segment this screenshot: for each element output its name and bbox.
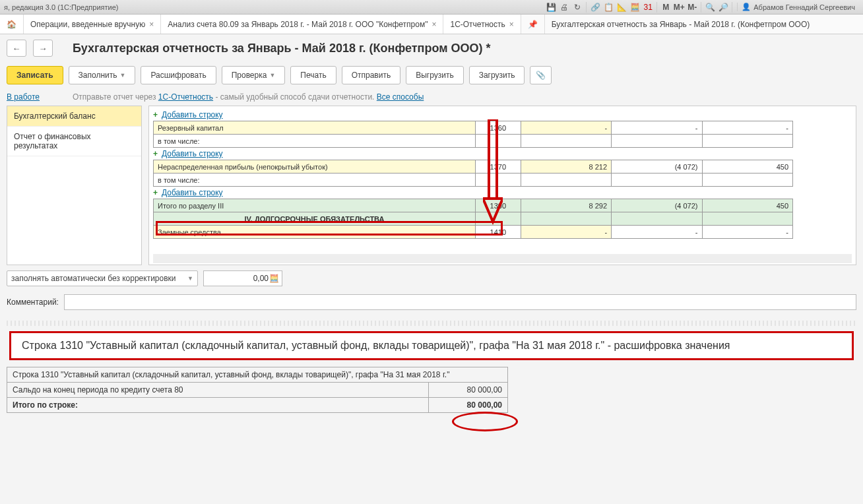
txt: - самый удобный способ сдачи отчетности. (213, 92, 377, 102)
zoom-m-icon[interactable]: M (660, 1, 672, 13)
section-finresults[interactable]: Отчет о финансовых результатах (7, 127, 141, 156)
row-val: (4 072) (612, 199, 702, 212)
table-row[interactable]: Резервный капитал 1360 - - - (154, 121, 793, 135)
home-tab[interactable]: 🏠 (0, 15, 24, 34)
comment-input[interactable] (64, 294, 856, 310)
comment-label: Комментарий: (7, 298, 59, 307)
splitter[interactable] (7, 321, 856, 326)
close-icon[interactable]: × (431, 20, 436, 29)
row-val[interactable]: 8 212 (521, 160, 611, 173)
footer-controls: заполнять автоматически без корректировк… (7, 265, 856, 292)
main-split: Бухгалтерский баланс Отчет о финансовых … (7, 106, 856, 265)
refresh-icon[interactable]: ↻ (571, 1, 583, 13)
decode-button[interactable]: Расшифровать (141, 66, 216, 84)
calculator-icon[interactable]: 🧮 (269, 274, 279, 283)
annotation-ellipse (452, 412, 518, 431)
row-val: - (612, 226, 702, 239)
zoom-in-icon[interactable]: 🔍 (704, 1, 716, 13)
user-icon: 👤 (742, 3, 751, 11)
comment-row: Комментарий: (7, 292, 856, 318)
chevron-down-icon: ▼ (187, 275, 193, 282)
tab-label: Анализ счета 80.09 за Январь 2018 г. - М… (168, 20, 428, 29)
tab-label: Бухгалтерская отчетность за Январь - Май… (552, 20, 810, 29)
row-code: 1370 (475, 160, 521, 173)
table-row: в том числе: (154, 173, 793, 187)
send-button[interactable]: Отправить (342, 66, 401, 84)
table-row[interactable]: Нераспределенная прибыль (непокрытый убы… (154, 160, 793, 173)
app-title: я, редакция 3.0 (1С:Предприятие) (4, 3, 118, 11)
tab-1c-reporting[interactable]: 1С-Отчетность × (443, 15, 521, 34)
calendar-icon[interactable]: 31 (642, 1, 654, 13)
close-icon[interactable]: × (149, 20, 154, 29)
table-row[interactable]: Заемные средства 1410 - - - (154, 226, 793, 239)
row-sub: в том числе: (154, 173, 476, 187)
hint-text: Отправьте отчет через 1С-Отчетность - са… (73, 92, 424, 102)
add-row-link-2[interactable]: +Добавить строку (153, 149, 852, 158)
close-icon[interactable]: × (509, 20, 514, 29)
copy-icon[interactable]: 📋 (602, 1, 614, 13)
tab-label: 1С-Отчетность (450, 20, 505, 29)
tab-accounting-report[interactable]: Бухгалтерская отчетность за Январь - Май… (545, 15, 863, 34)
row-val[interactable]: - (521, 121, 611, 135)
user-menu[interactable]: 👤 Абрамов Геннадий Сергеевич (737, 3, 859, 11)
table-row-total[interactable]: Итого по разделу III 1300 8 292 (4 072) … (154, 199, 793, 212)
btn-label: Заполнить (79, 71, 117, 80)
row-name[interactable]: Заемные средства (154, 226, 476, 239)
zoom-mplus-icon[interactable]: M+ (673, 1, 685, 13)
table-row: Итого по строке: 80 000,00 (7, 398, 508, 413)
home-icon: 🏠 (7, 20, 16, 29)
add-row-link-3[interactable]: +Добавить строку (153, 188, 852, 197)
report-sections-list: Бухгалтерский баланс Отчет о финансовых … (7, 106, 142, 265)
section-balance[interactable]: Бухгалтерский баланс (7, 106, 141, 127)
horizontal-scrollbar[interactable] (153, 254, 852, 263)
page-title: Бухгалтерская отчетность за Январь - Май… (59, 42, 491, 55)
link-icon[interactable]: 🔗 (589, 1, 601, 13)
zoom-tool-icon[interactable]: 🔎 (717, 1, 729, 13)
chevron-down-icon: ▼ (269, 72, 275, 79)
btn-label: Выгрузить (416, 71, 454, 80)
value-input[interactable]: 0,00 🧮 (203, 270, 282, 286)
chevron-down-icon: ▼ (120, 72, 126, 79)
table-row-section: IV. ДОЛГОСРОЧНЫЕ ОБЯЗАТЕЛЬСТВА (154, 212, 793, 226)
save-button[interactable]: Записать (7, 66, 63, 84)
attach-button[interactable]: 📎 (530, 66, 552, 84)
print-button[interactable]: Печать (290, 66, 336, 84)
row-name[interactable]: Резервный капитал (154, 121, 476, 135)
ruler-icon[interactable]: 📐 (616, 1, 627, 13)
table-row: Сальдо на конец периода по кредиту счета… (7, 383, 508, 398)
check-button[interactable]: Проверка▼ (222, 66, 286, 84)
row-name: Итого по разделу III (154, 199, 476, 212)
btn-label: Загрузить (479, 71, 515, 80)
status-link[interactable]: В работе (7, 92, 40, 102)
hint-link-1c[interactable]: 1С-Отчетность (158, 92, 213, 102)
breakdown-value: 80 000,00 (429, 398, 508, 413)
row-val[interactable]: - (521, 226, 611, 239)
zoom-mminus-icon[interactable]: M- (686, 1, 698, 13)
breakdown-table: Строка 1310 "Уставный капитал (складочны… (7, 367, 508, 413)
save-file-icon[interactable]: 💾 (545, 1, 557, 13)
forward-button[interactable]: → (33, 40, 53, 57)
calculator-icon[interactable]: 🧮 (629, 1, 641, 13)
breakdown-value: 80 000,00 (429, 383, 508, 398)
load-button[interactable]: Загрузить (469, 66, 525, 84)
add-row-link-1[interactable]: +Добавить строку (153, 110, 852, 119)
row-code: 1300 (475, 199, 521, 212)
btn-label: Отправить (352, 71, 391, 80)
txt: Отправьте отчет через (73, 92, 158, 102)
user-name: Абрамов Геннадий Сергеевич (753, 3, 855, 11)
plus-icon: + (153, 149, 158, 158)
hint-link-all[interactable]: Все способы (377, 92, 424, 102)
upload-button[interactable]: Выгрузить (406, 66, 464, 84)
back-button[interactable]: ← (7, 40, 26, 57)
row-name[interactable]: Нераспределенная прибыль (непокрытый убы… (154, 160, 476, 173)
row-val: - (702, 226, 792, 239)
btn-label: Проверка (232, 71, 267, 80)
pin-icon: 📌 (528, 20, 538, 29)
paperclip-icon: 📎 (536, 71, 546, 80)
pin-tab[interactable]: 📌 (521, 15, 545, 34)
tab-analysis[interactable]: Анализ счета 80.09 за Январь 2018 г. - М… (161, 15, 443, 34)
print-icon[interactable]: 🖨 (558, 1, 570, 13)
fill-button[interactable]: Заполнить▼ (69, 66, 136, 84)
fill-mode-select[interactable]: заполнять автоматически без корректировк… (7, 270, 198, 286)
tab-operations[interactable]: Операции, введенные вручную × (24, 15, 161, 34)
